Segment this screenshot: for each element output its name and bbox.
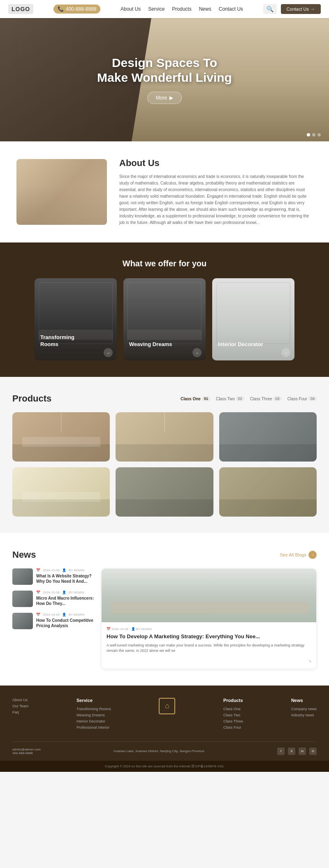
offer-section: What we offer for you TransformingRooms …	[0, 242, 329, 377]
news-featured-title: How To Develop A Marketing Strategy: Eve…	[107, 633, 311, 640]
footer-link-class1[interactable]: Class One	[223, 707, 243, 711]
products-header: Products Class One 01 Class Two 02 Class…	[12, 393, 317, 404]
footer-link-faq[interactable]: Faq	[12, 710, 28, 714]
contact-us-button[interactable]: Contact Us →	[281, 4, 321, 14]
social-linkedin[interactable]: in	[299, 748, 306, 755]
nav-phone[interactable]: 📞 400-888-8888	[53, 5, 101, 14]
see-all-blogs-button[interactable]: See All Blogs →	[280, 551, 317, 559]
footer-link-industry-news[interactable]: Industry news	[291, 713, 317, 717]
footer-col-news: News Company news Industry news	[291, 698, 317, 732]
footer-link-about[interactable]: About Us	[12, 698, 28, 702]
footer-top: About Us Our Team Faq Service Transformi…	[12, 698, 317, 741]
news-item-2[interactable]: 📅 2024-10-08 👤 BY ADMIN Micro And Macro …	[12, 591, 95, 607]
products-tabs: Class One 01 Class Two 02 Class Three 03…	[181, 396, 317, 401]
news-featured-image	[102, 569, 316, 622]
user-icon-2: 👤	[62, 591, 66, 594]
news-list: 📅 2024-10-08 👤 BY ADMIN What Is A Websit…	[12, 568, 95, 669]
news-item-1[interactable]: 📅 2024-10-08 👤 BY ADMIN What Is A Websit…	[12, 568, 95, 585]
news-meta-2: 📅 2024-10-08 👤 BY ADMIN	[36, 591, 95, 594]
news-featured-arrow-area: ↘	[107, 656, 311, 664]
hero-dot-1[interactable]	[307, 133, 310, 136]
user-icon-featured: 👤	[131, 627, 135, 631]
footer-col-products: Products Class One Class Two Class Three…	[223, 698, 243, 732]
nav-products[interactable]: Products	[172, 6, 191, 12]
footer-contact-info: admin@admin.com 400-888-8888	[12, 748, 41, 755]
about-people-image	[16, 159, 107, 225]
about-section: About Us Since the major of internationa…	[0, 141, 329, 242]
product-card-1[interactable]	[12, 412, 110, 462]
offer-title: What we offer for you	[12, 259, 317, 268]
offer-card-weaving-dreams[interactable]: Weaving Dreams →	[123, 278, 206, 360]
news-title: News	[12, 549, 36, 560]
news-featured[interactable]: 📅 2024-10-08 👤 BY ADMIN How To Develop A…	[101, 568, 317, 669]
hero-more-button[interactable]: More ▶	[147, 92, 182, 104]
footer-link-class4[interactable]: Class Four	[223, 725, 243, 729]
user-icon-1: 👤	[62, 568, 66, 572]
news-thumb-3	[12, 613, 33, 629]
footer-link-class3[interactable]: Class Three	[223, 719, 243, 723]
tab-class-four[interactable]: Class Four 04	[287, 396, 317, 401]
social-google[interactable]: G	[309, 748, 317, 755]
nav-news[interactable]: News	[199, 6, 211, 12]
footer-col-logo: ⌂	[159, 698, 175, 732]
footer-social: f X in G	[277, 748, 317, 755]
user-icon-3: 👤	[62, 613, 66, 616]
footer-copyright: Copyright © 2024 on this site are source…	[0, 761, 329, 772]
social-facebook[interactable]: f	[277, 748, 285, 755]
hero-dot-2[interactable]	[312, 133, 315, 136]
calendar-icon-featured: 📅	[107, 627, 111, 631]
hero-dot-3[interactable]	[317, 133, 321, 136]
product-card-3[interactable]	[219, 412, 317, 462]
footer-logo-icon: ⌂	[159, 698, 175, 714]
footer-link-transforming[interactable]: Transforming Rooms	[76, 707, 111, 711]
offer-card-transforming-rooms[interactable]: TransformingRooms →	[35, 278, 117, 360]
search-icon[interactable]: 🔍	[263, 4, 277, 14]
navbar: LOGO 📞 400-888-8888 About Us Service Pro…	[0, 0, 329, 18]
news-header: News See All Blogs →	[12, 549, 317, 560]
footer-products-heading: Products	[223, 698, 243, 703]
news-item-1-content: 📅 2024-10-08 👤 BY ADMIN What Is A Websit…	[36, 568, 95, 584]
hero-dots	[307, 133, 321, 136]
nav-contact[interactable]: Contact Us	[219, 6, 243, 12]
news-featured-content: 📅 2024-10-08 👤 BY ADMIN How To Develop A…	[102, 622, 316, 669]
offer-card-interior-decorator[interactable]: Interior Decorator →	[212, 278, 294, 360]
footer-link-weaving[interactable]: Weaving Dreams	[76, 713, 111, 717]
calendar-icon-2: 📅	[36, 591, 40, 594]
about-description: Since the major of international economi…	[119, 173, 313, 226]
footer-phone: 400-888-8888	[12, 751, 41, 755]
nav-about[interactable]: About Us	[120, 6, 141, 12]
news-item-3[interactable]: 📅 2024-10-08 👤 BY ADMIN How To Conduct C…	[12, 613, 95, 629]
arrow-right-icon: →	[310, 7, 315, 12]
news-item-2-content: 📅 2024-10-08 👤 BY ADMIN Micro And Macro …	[36, 591, 95, 606]
footer-link-class2[interactable]: Class Two	[223, 713, 243, 717]
card-label-interior-decorator: Interior Decorator	[218, 341, 263, 348]
news-featured-arrow-icon[interactable]: ↘	[308, 658, 311, 663]
footer-col-service: Service Transforming Rooms Weaving Dream…	[76, 698, 111, 732]
products-grid	[12, 412, 317, 517]
footer-service-heading: Service	[76, 698, 111, 703]
footer-link-company-news[interactable]: Company news	[291, 707, 317, 711]
nav-service[interactable]: Service	[148, 6, 164, 12]
footer-link-professional[interactable]: Professional Interior	[76, 725, 111, 729]
footer-link-interior[interactable]: Interior Decorator	[76, 719, 111, 723]
footer-link-team[interactable]: Our Team	[12, 704, 28, 708]
product-card-5[interactable]	[116, 467, 213, 517]
hero-section: Design Spaces ToMake Wonderful Living Mo…	[0, 18, 329, 141]
card-bg-2	[123, 278, 206, 360]
footer-news-heading: News	[291, 698, 317, 703]
card-arrow-1[interactable]: →	[104, 348, 113, 357]
tab-class-two[interactable]: Class Two 02	[216, 396, 244, 401]
product-card-4[interactable]	[12, 467, 110, 517]
card-label-weaving-dreams: Weaving Dreams	[129, 341, 172, 348]
product-card-6[interactable]	[219, 467, 317, 517]
card-arrow-2[interactable]: →	[192, 348, 202, 357]
hero-title: Design Spaces ToMake Wonderful Living	[97, 55, 232, 85]
card-bg-3	[212, 278, 294, 360]
tab-class-three[interactable]: Class Three 03	[250, 396, 282, 401]
tab-class-one[interactable]: Class One 01	[181, 396, 210, 401]
news-item-3-title: How To Conduct Competitive Pricing Analy…	[36, 618, 95, 628]
social-x[interactable]: X	[288, 748, 295, 755]
product-card-2[interactable]	[116, 412, 213, 462]
card-arrow-3[interactable]: →	[281, 348, 290, 357]
news-meta-3: 📅 2024-10-08 👤 BY ADMIN	[36, 613, 95, 616]
